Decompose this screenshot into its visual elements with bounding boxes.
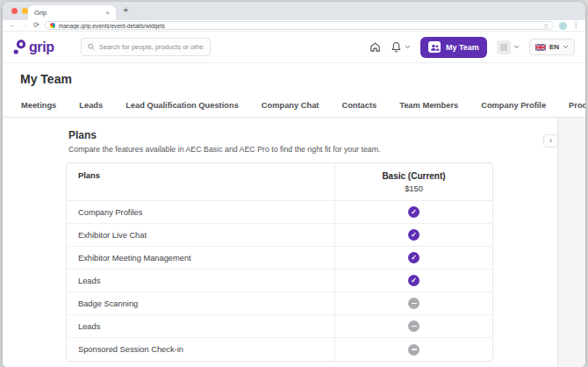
close-tab-icon[interactable]: × <box>105 9 110 17</box>
plans-comparison-table: Plans Basic (Current) $150 Company Profi… <box>66 162 493 362</box>
feature-status-icon <box>408 320 419 332</box>
feature-status-icon <box>408 275 419 286</box>
back-icon[interactable]: ← <box>9 22 16 29</box>
section-tabbar: Meetings Leads Lead Qualification Questi… <box>3 94 585 118</box>
chevron-down-icon <box>405 45 411 49</box>
browser-profile-avatar[interactable] <box>559 22 567 30</box>
my-team-label: My Team <box>446 43 479 52</box>
minimize-window-button[interactable] <box>22 8 28 14</box>
search-icon <box>88 43 95 51</box>
search-input[interactable] <box>99 43 204 51</box>
page-header: My Team <box>3 63 585 94</box>
chevron-down-icon <box>513 45 520 49</box>
my-team-button[interactable]: My Team <box>420 37 487 58</box>
feature-name: Exhibitor Live Chat <box>67 224 334 246</box>
collapsed-side-panel <box>557 118 585 367</box>
tab-lead-qualification-questions[interactable]: Lead Qualification Questions <box>114 94 250 117</box>
site-favicon <box>50 23 55 28</box>
feature-status-icon <box>408 298 419 309</box>
header-actions: My Team EN <box>369 37 575 58</box>
notifications-menu[interactable] <box>391 41 411 53</box>
tab-team-members[interactable]: Team Members <box>388 94 470 117</box>
content-area: Plans Compare the features available in … <box>3 118 585 367</box>
plans-description: Compare the features available in AEC Ba… <box>68 145 557 154</box>
grip-logo[interactable]: grip <box>13 40 54 55</box>
plan-column-header: Basic (Current) $150 <box>334 163 492 200</box>
expand-panel-button[interactable]: › <box>543 134 558 148</box>
feature-name: Company Profiles <box>67 201 334 223</box>
tab-company-profile[interactable]: Company Profile <box>470 94 557 117</box>
table-row: Badge Scanning <box>67 292 492 315</box>
reload-icon[interactable]: ⟳ <box>33 22 39 29</box>
plans-panel: Plans Compare the features available in … <box>3 118 557 367</box>
feature-name: Sponsored Session Check-in <box>67 338 334 361</box>
feature-status-icon <box>408 229 419 241</box>
table-header-row: Plans Basic (Current) $150 <box>67 163 492 201</box>
browser-toolbar: ← → ⟳ manage.grip.events/event-details/w… <box>3 20 585 32</box>
plans-column-header: Plans <box>67 163 334 200</box>
team-people-icon <box>428 41 441 53</box>
feature-name: Badge Scanning <box>67 292 334 314</box>
browser-window: Grip × + ← → ⟳ manage.grip.events/event-… <box>3 2 585 367</box>
tab-leads[interactable]: Leads <box>68 94 114 117</box>
bell-icon <box>391 41 402 53</box>
uk-flag-icon <box>535 44 546 51</box>
browser-tab-title: Grip <box>34 9 47 17</box>
language-label: EN <box>549 43 559 51</box>
close-window-button[interactable] <box>11 8 18 14</box>
chevron-down-icon <box>563 45 569 49</box>
plan-price: $150 <box>405 184 423 193</box>
address-bar[interactable]: manage.grip.events/event-details/widgets… <box>45 21 554 30</box>
workspace-logo-icon <box>497 40 511 54</box>
table-row: Leads <box>67 270 492 292</box>
browser-menu-icon[interactable]: ⋮ <box>572 22 579 29</box>
app-header: grip <box>3 32 585 63</box>
feature-name: Exhibitor Meeting Management <box>67 247 334 269</box>
browser-tabstrip: Grip × + <box>3 2 585 20</box>
tab-company-chat[interactable]: Company Chat <box>250 94 331 117</box>
language-selector[interactable]: EN <box>529 39 575 55</box>
page-title: My Team <box>20 72 72 86</box>
feature-status-icon <box>408 344 419 356</box>
global-search[interactable] <box>81 38 211 56</box>
tab-meetings[interactable]: Meetings <box>10 94 68 117</box>
workspace-menu[interactable] <box>497 40 520 54</box>
url-text: manage.grip.events/event-details/widgets <box>59 23 165 29</box>
table-row: Leads <box>67 315 492 338</box>
plans-heading: Plans <box>68 129 557 141</box>
plan-name: Basic (Current) <box>382 171 445 181</box>
feature-name: Leads <box>67 270 334 291</box>
table-row: Exhibitor Meeting Management <box>67 247 492 270</box>
new-tab-button[interactable]: + <box>123 4 128 15</box>
tab-contacts[interactable]: Contacts <box>330 94 388 117</box>
tab-product[interactable]: Product <box>557 94 585 117</box>
bookmark-star-icon[interactable]: ☆ <box>543 23 549 29</box>
feature-status-icon <box>408 206 419 218</box>
grip-wordmark: grip <box>29 40 54 55</box>
browser-tab[interactable]: Grip × <box>28 5 116 20</box>
table-row: Exhibitor Live Chat <box>67 224 492 247</box>
table-row: Company Profiles <box>67 201 492 224</box>
table-row: Sponsored Session Check-in <box>67 338 492 361</box>
forward-icon[interactable]: → <box>21 22 28 29</box>
feature-name: Leads <box>67 315 334 337</box>
home-icon[interactable] <box>369 41 381 53</box>
feature-status-icon <box>408 252 419 263</box>
grip-logo-icon <box>13 40 26 54</box>
